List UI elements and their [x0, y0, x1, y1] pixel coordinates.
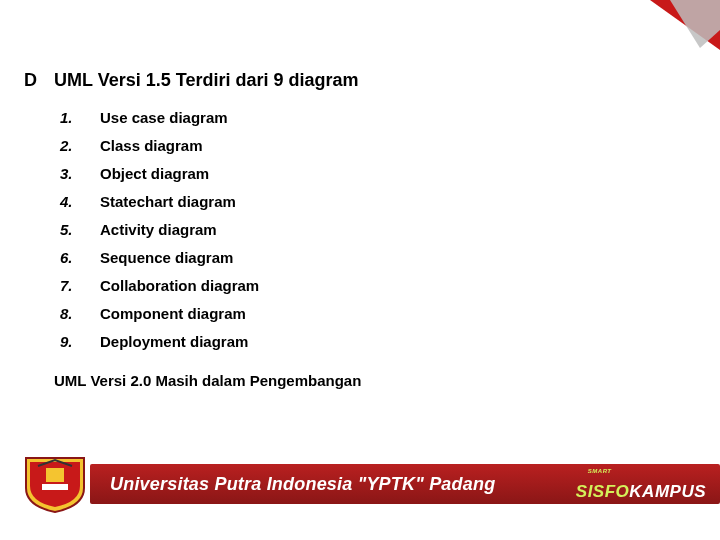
heading-text: UML Versi 1.5 Terdiri dari 9 diagram — [54, 70, 358, 91]
diagram-list: 1. Use case diagram 2. Class diagram 3. … — [60, 109, 680, 350]
corner-decor — [620, 0, 720, 60]
sisfokampus-part2: KAMPUS — [629, 482, 706, 502]
list-num: 1. — [60, 109, 100, 126]
list-item: 9. Deployment diagram — [60, 333, 680, 350]
sisfokampus-part1: SISFO — [576, 482, 630, 502]
list-item: 8. Component diagram — [60, 305, 680, 322]
list-label: Deployment diagram — [100, 333, 248, 350]
list-label: Object diagram — [100, 165, 209, 182]
svg-rect-3 — [42, 484, 68, 490]
footer: Universitas Putra Indonesia "YPTK" Padan… — [0, 456, 720, 512]
list-item: 4. Statechart diagram — [60, 193, 680, 210]
heading-letter: D — [24, 70, 54, 91]
sisfokampus-smart: SMART — [588, 468, 612, 474]
list-item: 6. Sequence diagram — [60, 249, 680, 266]
list-item: 3. Object diagram — [60, 165, 680, 182]
list-num: 3. — [60, 165, 100, 182]
list-item: 5. Activity diagram — [60, 221, 680, 238]
university-logo — [12, 450, 98, 518]
list-label: Class diagram — [100, 137, 203, 154]
list-num: 6. — [60, 249, 100, 266]
list-num: 8. — [60, 305, 100, 322]
list-num: 7. — [60, 277, 100, 294]
subheading: UML Versi 2.0 Masih dalam Pengembangan — [54, 372, 680, 389]
svg-rect-2 — [46, 468, 64, 482]
list-item: 2. Class diagram — [60, 137, 680, 154]
list-label: Activity diagram — [100, 221, 217, 238]
list-label: Collaboration diagram — [100, 277, 259, 294]
list-label: Sequence diagram — [100, 249, 233, 266]
list-label: Component diagram — [100, 305, 246, 322]
footer-university: Universitas Putra Indonesia "YPTK" Padan… — [110, 474, 495, 495]
heading: D UML Versi 1.5 Terdiri dari 9 diagram — [24, 70, 680, 91]
sisfokampus-logo: SMART SISFOKAMPUS — [576, 474, 706, 510]
list-item: 1. Use case diagram — [60, 109, 680, 126]
footer-bar: Universitas Putra Indonesia "YPTK" Padan… — [90, 464, 720, 504]
list-item: 7. Collaboration diagram — [60, 277, 680, 294]
list-num: 9. — [60, 333, 100, 350]
list-num: 4. — [60, 193, 100, 210]
slide-content: D UML Versi 1.5 Terdiri dari 9 diagram 1… — [24, 70, 680, 389]
list-label: Statechart diagram — [100, 193, 236, 210]
list-num: 5. — [60, 221, 100, 238]
list-label: Use case diagram — [100, 109, 228, 126]
list-num: 2. — [60, 137, 100, 154]
shield-icon — [16, 454, 94, 514]
